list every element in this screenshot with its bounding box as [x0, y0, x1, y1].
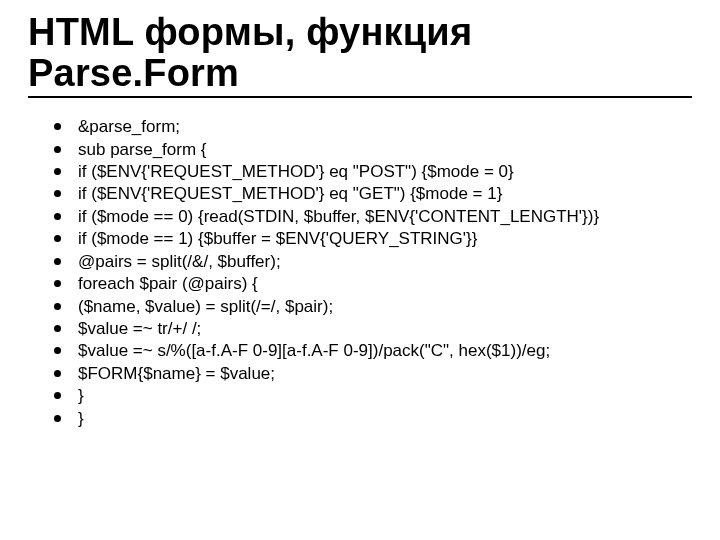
list-item: $FORM{$name} = $value; — [54, 363, 692, 385]
code-line: if ($mode == 1) {$buffer = $ENV{'QUERY_S… — [78, 229, 477, 248]
title-line-1: HTML формы, функция — [28, 11, 472, 53]
list-item: sub parse_form { — [54, 139, 692, 161]
code-line: ($name, $value) = split(/=/, $pair); — [78, 297, 333, 316]
code-line: @pairs = split(/&/, $buffer); — [78, 252, 281, 271]
slide: HTML формы, функция Parse.Form &parse_fo… — [0, 0, 720, 540]
code-line: $value =~ s/%([a-f.A-F 0-9][a-f.A-F 0-9]… — [78, 341, 550, 360]
code-line: sub parse_form { — [78, 140, 207, 159]
list-item: if ($ENV{'REQUEST_METHOD'} eq "GET") {$m… — [54, 183, 692, 205]
slide-title: HTML формы, функция Parse.Form — [28, 12, 692, 94]
list-item: } — [54, 385, 692, 407]
list-item: if ($mode == 1) {$buffer = $ENV{'QUERY_S… — [54, 228, 692, 250]
list-item: &parse_form; — [54, 116, 692, 138]
list-item: foreach $pair (@pairs) { — [54, 273, 692, 295]
code-line: } — [78, 409, 84, 428]
list-item: $value =~ tr/+/ /; — [54, 318, 692, 340]
code-line: if ($ENV{'REQUEST_METHOD'} eq "GET") {$m… — [78, 184, 502, 203]
code-line: $FORM{$name} = $value; — [78, 364, 275, 383]
list-item: ($name, $value) = split(/=/, $pair); — [54, 296, 692, 318]
list-item: if ($mode == 0) {read(STDIN, $buffer, $E… — [54, 206, 692, 228]
list-item: @pairs = split(/&/, $buffer); — [54, 251, 692, 273]
code-line: } — [78, 386, 84, 405]
code-line: if ($mode == 0) {read(STDIN, $buffer, $E… — [78, 207, 599, 226]
code-line: foreach $pair (@pairs) { — [78, 274, 258, 293]
title-underline — [28, 96, 692, 98]
code-list: &parse_form; sub parse_form { if ($ENV{'… — [28, 116, 692, 430]
title-line-2: Parse.Form — [28, 52, 239, 94]
code-line: if ($ENV{'REQUEST_METHOD'} eq "POST") {$… — [78, 162, 514, 181]
code-line: $value =~ tr/+/ /; — [78, 319, 201, 338]
code-line: &parse_form; — [78, 117, 180, 136]
list-item: if ($ENV{'REQUEST_METHOD'} eq "POST") {$… — [54, 161, 692, 183]
list-item: $value =~ s/%([a-f.A-F 0-9][a-f.A-F 0-9]… — [54, 340, 692, 362]
list-item: } — [54, 408, 692, 430]
